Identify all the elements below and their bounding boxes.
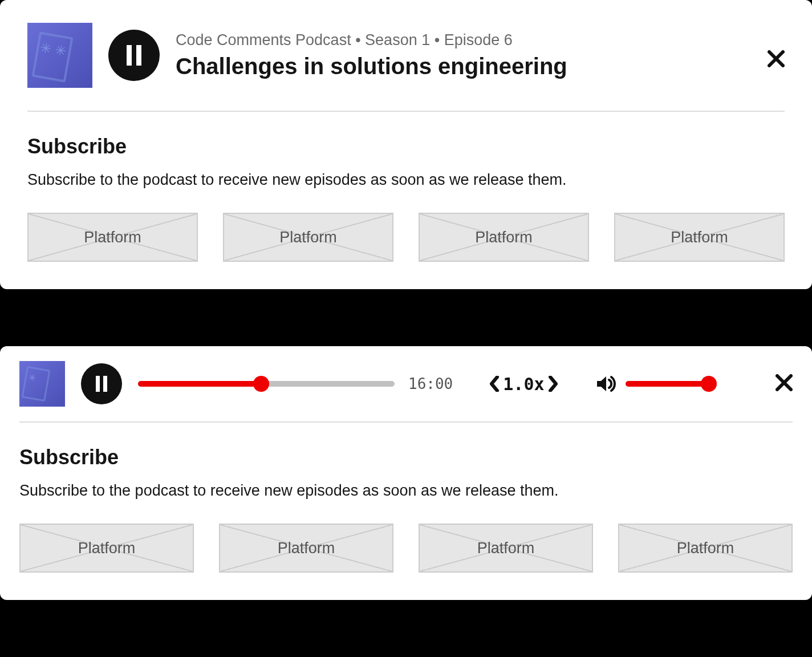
platform-button[interactable]: Platform (419, 213, 589, 262)
compact-player-header: 16:00 1.0x (0, 346, 812, 421)
platform-list: Platform Platform Platform Platform (19, 524, 793, 573)
platform-button[interactable]: Platform (618, 524, 793, 573)
subscribe-description: Subscribe to the podcast to receive new … (19, 482, 793, 500)
platform-label: Platform (477, 540, 535, 557)
player-header: Code Comments Podcast • Season 1 • Episo… (0, 0, 812, 105)
volume-track[interactable] (626, 381, 714, 387)
subscribe-section: Subscribe Subscribe to the podcast to re… (0, 423, 812, 600)
platform-button[interactable]: Platform (27, 213, 198, 262)
pause-icon (125, 45, 143, 66)
episode-title: Challenges in solutions engineering (176, 54, 785, 79)
playback-speed-control: 1.0x (489, 374, 558, 394)
chevron-left-icon[interactable] (489, 376, 500, 392)
podcast-artwork (27, 23, 92, 88)
progress-group: 16:00 (138, 375, 453, 392)
platform-button[interactable]: Platform (223, 213, 393, 262)
close-button[interactable] (776, 374, 793, 394)
progress-fill (138, 381, 261, 387)
svg-rect-4 (96, 376, 100, 392)
podcast-artwork (19, 361, 65, 407)
close-icon (768, 50, 785, 67)
platform-button[interactable]: Platform (219, 524, 393, 573)
time-display: 16:00 (408, 375, 453, 392)
title-block: Code Comments Podcast • Season 1 • Episo… (176, 31, 785, 79)
platform-label: Platform (475, 229, 533, 246)
pause-button[interactable] (108, 30, 160, 81)
platform-button[interactable]: Platform (419, 524, 593, 573)
subscribe-heading: Subscribe (19, 445, 793, 469)
pause-button[interactable] (81, 363, 122, 404)
subscribe-description: Subscribe to the podcast to receive new … (27, 171, 785, 189)
volume-control (595, 373, 714, 395)
svg-rect-5 (103, 376, 107, 392)
subscribe-section: Subscribe Subscribe to the podcast to re… (0, 112, 812, 289)
subscribe-heading: Subscribe (27, 135, 785, 159)
pause-icon (95, 376, 108, 392)
progress-track[interactable] (138, 381, 395, 387)
platform-button[interactable]: Platform (614, 213, 785, 262)
podcast-player-card-expanded: Code Comments Podcast • Season 1 • Episo… (0, 0, 812, 289)
platform-list: Platform Platform Platform Platform (27, 213, 785, 262)
platform-label: Platform (279, 229, 337, 246)
platform-label: Platform (78, 540, 136, 557)
speed-value: 1.0x (503, 374, 544, 394)
svg-rect-1 (136, 45, 141, 66)
chevron-right-icon[interactable] (548, 376, 558, 392)
platform-button[interactable]: Platform (19, 524, 194, 573)
volume-thumb[interactable] (701, 376, 717, 392)
podcast-player-card-compact: 16:00 1.0x (0, 346, 812, 600)
platform-label: Platform (84, 229, 141, 246)
platform-label: Platform (677, 540, 734, 557)
volume-icon[interactable] (595, 373, 616, 395)
svg-rect-0 (127, 45, 132, 66)
progress-thumb[interactable] (253, 376, 269, 392)
platform-label: Platform (278, 540, 335, 557)
close-icon (776, 374, 793, 391)
close-button[interactable] (768, 50, 785, 70)
platform-label: Platform (671, 229, 728, 246)
breadcrumb: Code Comments Podcast • Season 1 • Episo… (176, 31, 785, 49)
